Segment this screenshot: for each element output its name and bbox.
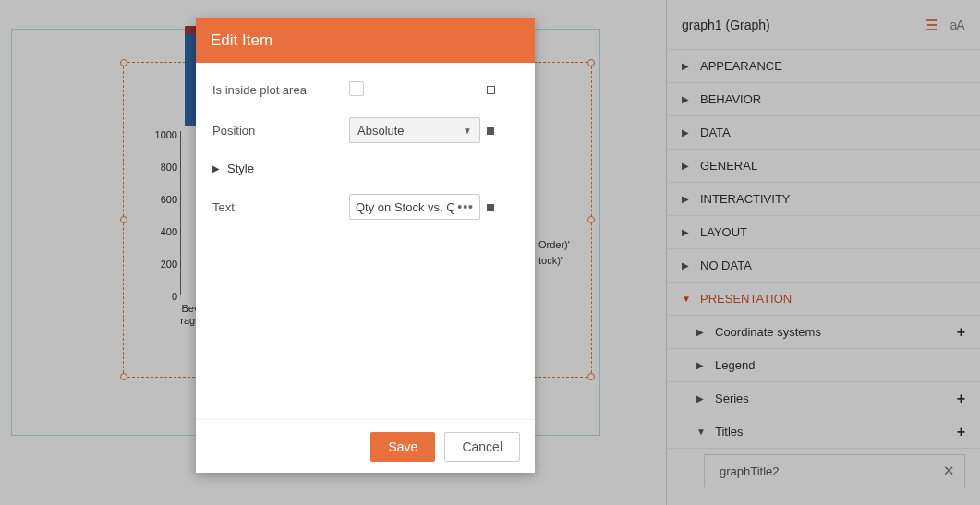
- style-label: Style: [227, 162, 254, 175]
- dialog-title: Edit Item: [196, 18, 535, 63]
- style-expander[interactable]: ▶ Style: [212, 162, 518, 175]
- position-select[interactable]: Absolute ▼: [349, 117, 480, 143]
- text-label: Text: [212, 200, 349, 214]
- position-reset[interactable]: [480, 124, 501, 138]
- inside-plot-reset[interactable]: [480, 83, 501, 97]
- position-value: Absolute: [357, 124, 405, 138]
- position-label: Position: [212, 124, 349, 138]
- inside-plot-label: Is inside plot area: [212, 83, 349, 97]
- inside-plot-checkbox[interactable]: [349, 81, 364, 96]
- edit-item-dialog: Edit Item Is inside plot area Position A…: [196, 18, 535, 473]
- text-reset[interactable]: [480, 200, 501, 214]
- cancel-button[interactable]: Cancel: [444, 432, 520, 462]
- caret-right-icon: ▶: [212, 163, 220, 174]
- text-input[interactable]: Qty on Stock vs. Qty •••: [349, 194, 480, 220]
- text-value: Qty on Stock vs. Qty: [356, 200, 454, 214]
- chevron-down-icon: ▼: [463, 126, 472, 136]
- save-button[interactable]: Save: [370, 432, 435, 462]
- text-more-icon[interactable]: •••: [454, 199, 474, 214]
